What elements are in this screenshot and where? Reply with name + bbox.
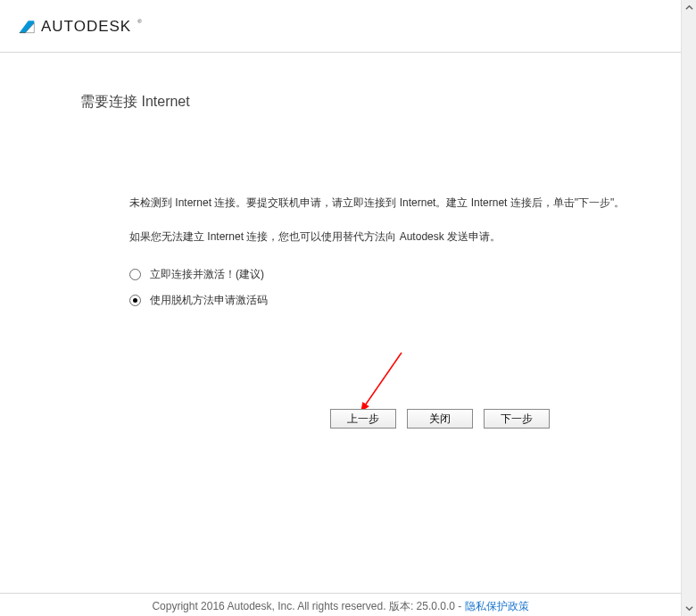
header: AUTODESK ®	[0, 0, 681, 53]
autodesk-logo-icon	[18, 18, 36, 36]
copyright-text: Copyright 2016 Autodesk, Inc. All rights…	[152, 600, 464, 612]
scroll-up-icon[interactable]	[682, 0, 696, 15]
svg-line-0	[361, 353, 402, 411]
page-title: 需要连接 Internet	[0, 53, 681, 112]
option-label: 使用脱机方法申请激活码	[150, 293, 268, 308]
paragraph-1: 未检测到 Internet 连接。要提交联机申请，请立即连接到 Internet…	[129, 192, 627, 213]
radio-icon	[129, 269, 141, 280]
activation-options: 立即连接并激活！(建议) 使用脱机方法申请激活码	[0, 260, 681, 308]
footer: Copyright 2016 Autodesk, Inc. All rights…	[0, 593, 681, 616]
next-button[interactable]: 下一步	[484, 409, 550, 429]
autodesk-logo-text: AUTODESK	[41, 18, 131, 36]
body-text: 未检测到 Internet 连接。要提交联机申请，请立即连接到 Internet…	[0, 112, 681, 247]
back-button[interactable]: 上一步	[330, 409, 396, 429]
radio-icon	[129, 295, 141, 306]
button-row: 上一步 关闭 下一步	[330, 409, 550, 429]
scroll-down-icon[interactable]	[682, 601, 696, 616]
option-offline-activation[interactable]: 使用脱机方法申请激活码	[129, 293, 681, 308]
privacy-link[interactable]: 隐私保护政策	[465, 600, 529, 612]
paragraph-2: 如果您无法建立 Internet 连接，您也可以使用替代方法向 Autodesk…	[129, 226, 627, 247]
option-connect-now[interactable]: 立即连接并激活！(建议)	[129, 267, 681, 282]
option-label: 立即连接并激活！(建议)	[150, 267, 264, 282]
autodesk-logo: AUTODESK ®	[18, 18, 141, 36]
close-button[interactable]: 关闭	[407, 409, 473, 429]
vertical-scrollbar[interactable]	[681, 0, 696, 616]
